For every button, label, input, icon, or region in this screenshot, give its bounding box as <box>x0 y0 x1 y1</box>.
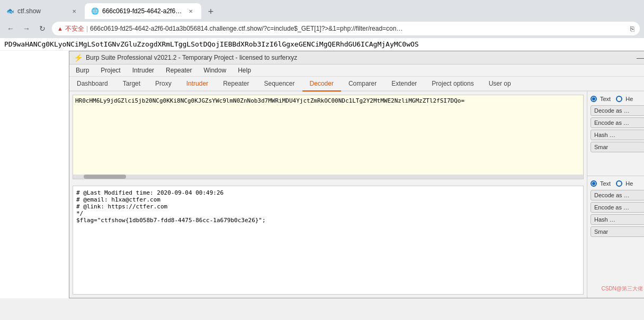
tab-user-options[interactable]: User op <box>481 77 518 92</box>
browser-address-bar: ← → ↻ ▲ 不安全 | 666c0619-fd25-4642-a2f6-0d… <box>0 19 644 38</box>
share-icon[interactable]: ⎘ <box>630 25 634 33</box>
burp-title-text: Burp Suite Professional v2021.2 - Tempor… <box>86 54 297 61</box>
menu-window[interactable]: Window <box>201 66 228 75</box>
output-line-2: # @email: h1xa@ctfer.com <box>76 196 580 203</box>
top-radio-text[interactable] <box>591 96 597 102</box>
burp-tabs: Dashboard Target Proxy Intruder Repeater… <box>69 77 644 92</box>
new-tab-button[interactable]: + <box>203 4 218 19</box>
burp-minimize-button[interactable]: — <box>637 53 644 62</box>
menu-repeater[interactable]: Repeater <box>164 66 194 75</box>
menu-burp[interactable]: Burp <box>74 66 91 75</box>
browser-tab-2[interactable]: 🌐 666c0619-fd25-4642-a2f6-0d ✕ <box>85 3 201 19</box>
bottom-smart-button[interactable]: Smar <box>591 226 644 237</box>
address-input[interactable]: ▲ 不安全 | 666c0619-fd25-4642-a2f6-0d1a3b05… <box>52 22 640 35</box>
encoded-text-banner: PD9waHANCg0KLyoNCiMgLSotIGNvZGluZzogdXRm… <box>0 38 644 51</box>
output-line-5: */ <box>76 210 580 217</box>
bottom-radio-text[interactable] <box>591 180 597 187</box>
refresh-button[interactable]: ↻ <box>36 22 49 35</box>
top-smart-button[interactable]: Smar <box>591 142 644 152</box>
top-radio-hex-label: He <box>625 96 633 102</box>
burp-icon: ⚡ <box>74 53 83 62</box>
tab-extender[interactable]: Extender <box>384 77 424 92</box>
top-radio-text-label: Text <box>600 96 611 102</box>
security-warning-icon: ▲ <box>57 25 63 32</box>
top-decode-as-button[interactable]: Decode as … <box>591 105 644 116</box>
top-encode-as-button[interactable]: Encode as … <box>591 117 644 128</box>
forward-button[interactable]: → <box>20 22 33 35</box>
output-line-1: # @Last Modified time: 2020-09-04 00:49:… <box>76 189 580 196</box>
bottom-radio-hex-label: He <box>625 180 633 187</box>
output-line-3: # @link: https://ctfer.com <box>76 203 580 210</box>
top-radio-group: Text He <box>591 96 644 102</box>
menu-intruder[interactable]: Intruder <box>130 66 156 75</box>
tab-dashboard[interactable]: Dashboard <box>69 77 115 92</box>
tab-repeater[interactable]: Repeater <box>216 77 256 92</box>
browser-chrome: 🐟 ctf.show ✕ 🌐 666c0619-fd25-4642-a2f6-0… <box>0 0 644 38</box>
tab2-label: 666c0619-fd25-4642-a2f6-0d <box>102 7 183 15</box>
browser-tabs: 🐟 ctf.show ✕ 🌐 666c0619-fd25-4642-a2f6-0… <box>0 0 644 19</box>
address-separator: | <box>86 25 88 32</box>
burp-title-bar: ⚡ Burp Suite Professional v2021.2 - Temp… <box>69 51 644 65</box>
tab-project-options[interactable]: Project options <box>424 77 481 92</box>
top-hash-button[interactable]: Hash … <box>591 130 644 140</box>
tab-comparer[interactable]: Comparer <box>341 77 384 92</box>
decoder-top-input[interactable]: HR0cHM6Ly9jdGZlci5jb20NCg0KKi8NCg0KJGZsY… <box>73 95 584 179</box>
address-warning-text: 不安全 <box>65 24 84 33</box>
decoder-bottom-output[interactable]: # @Last Modified time: 2020-09-04 00:49:… <box>73 186 584 295</box>
decoder-scrollbar-horizontal[interactable] <box>73 175 583 179</box>
address-url: 666c0619-fd25-4642-a2f6-0d1a3b056814.cha… <box>90 25 627 32</box>
csdn-watermark: CSDN@第三大佬 <box>602 285 643 292</box>
decoder-scrollbar-thumb[interactable] <box>84 175 126 179</box>
browser-tab-1[interactable]: 🐟 ctf.show ✕ <box>0 3 85 19</box>
tab-intruder[interactable]: Intruder <box>179 77 216 92</box>
encoded-text: PD9waHANCg0KLyoNCiMgLSotIGNvZGluZzogdXRm… <box>4 40 419 48</box>
page-content: PD9waHANCg0KLyoNCiMgLSotIGNvZGluZzogdXRm… <box>0 38 644 298</box>
decoder-bottom-right-controls: Text He Decode as … Encode as … Hash … S… <box>587 176 644 298</box>
tab-proxy[interactable]: Proxy <box>148 77 179 92</box>
decoder-right-panel: Text He Decode as … Encode as … Hash … S… <box>587 92 644 298</box>
output-line-7: $flag="ctfshow{1db058b7-fdd8-4475-86cc-1… <box>76 217 580 224</box>
tab2-close[interactable]: ✕ <box>186 7 195 15</box>
back-button[interactable]: ← <box>4 22 17 35</box>
bottom-radio-text-label: Text <box>600 180 611 187</box>
tab1-label: ctf.show <box>17 7 67 15</box>
tab-target[interactable]: Target <box>115 77 148 92</box>
tab-sequencer[interactable]: Sequencer <box>257 77 302 92</box>
bottom-radio-group: Text He <box>591 180 644 187</box>
burp-menu-bar: Burp Project Intruder Repeater Window He… <box>69 65 644 77</box>
decoder-area: HR0cHM6Ly9jdGZlci5jb20NCg0KKi8NCg0KJGZsY… <box>69 92 644 298</box>
tab1-favicon: 🐟 <box>6 7 14 15</box>
decoder-top-right-controls: Text He Decode as … Encode as … Hash … S… <box>587 92 644 176</box>
decoder-left-panel: HR0cHM6Ly9jdGZlci5jb20NCg0KKi8NCg0KJGZsY… <box>69 92 587 298</box>
decoder-top-text: HR0cHM6Ly9jdGZlci5jb20NCg0KKi8NCg0KJGZsY… <box>73 95 583 179</box>
bottom-hash-button[interactable]: Hash … <box>591 214 644 225</box>
bottom-encode-as-button[interactable]: Encode as … <box>591 202 644 213</box>
bottom-decode-as-button[interactable]: Decode as … <box>591 190 644 200</box>
menu-help[interactable]: Help <box>236 66 253 75</box>
bottom-radio-hex[interactable] <box>616 180 622 187</box>
burp-window: ⚡ Burp Suite Professional v2021.2 - Temp… <box>69 51 644 298</box>
tab2-favicon: 🌐 <box>91 7 99 15</box>
tab-decoder[interactable]: Decoder <box>302 77 341 92</box>
menu-project[interactable]: Project <box>99 66 122 75</box>
tab1-close[interactable]: ✕ <box>70 7 78 15</box>
top-radio-hex[interactable] <box>616 96 622 102</box>
